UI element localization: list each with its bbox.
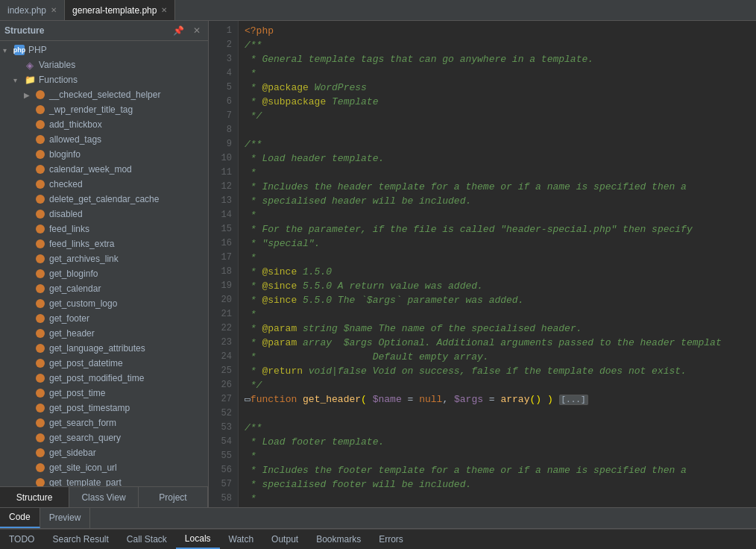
- bottom-tab2-search-result[interactable]: Search Result: [43, 530, 117, 550]
- line-number-16: 16: [212, 236, 232, 251]
- tree-item-get-archives-link[interactable]: get_archives_link: [0, 251, 208, 266]
- line-number-58: 58: [212, 492, 232, 506]
- tree-label: get_bloginfo: [49, 269, 98, 279]
- line-number-55: 55: [212, 449, 232, 463]
- sidebar-bottom-tab-project[interactable]: Project: [139, 487, 208, 507]
- line-number-56: 56: [212, 463, 232, 477]
- tree-label: get_calendar: [49, 283, 101, 294]
- tree-label: PHP: [28, 45, 47, 55]
- tab-general-template-php[interactable]: general-template.php ✕: [65, 0, 175, 20]
- tab-index-php[interactable]: index.php ✕: [0, 0, 65, 20]
- tree-item--wp-render-title-tag[interactable]: _wp_render_title_tag: [0, 102, 208, 117]
- tree-item-functions[interactable]: ▾📁Functions: [0, 72, 208, 87]
- sidebar-close-button[interactable]: ✕: [190, 24, 204, 37]
- bottom-tab-code[interactable]: Code: [0, 508, 40, 528]
- code-line-13: * specialised header will be included.: [245, 194, 750, 208]
- tree-item-feed-links[interactable]: feed_links: [0, 222, 208, 236]
- code-line-20: * @since 5.5.0 The `$args` parameter was…: [245, 293, 750, 307]
- tree-label: get_template_part: [49, 477, 122, 486]
- bottom-tab2-locals[interactable]: Locals: [176, 530, 220, 550]
- tree-item-get-post-timestamp[interactable]: get_post_timestamp: [0, 401, 208, 415]
- function-icon: [34, 148, 46, 160]
- code-line-18: * @since 1.5.0: [245, 265, 750, 279]
- function-icon: [34, 327, 46, 339]
- line-number-10: 10: [212, 151, 232, 166]
- function-icon: [34, 313, 46, 324]
- tree-label: add_thickbox: [49, 119, 102, 130]
- line-number-18: 18: [212, 265, 232, 279]
- tree-item-feed-links-extra[interactable]: feed_links_extra: [0, 236, 208, 251]
- tree-label: allowed_tags: [49, 134, 101, 145]
- tree-item-allowed-tags[interactable]: allowed_tags: [0, 132, 208, 147]
- tree-item-delete-get-calendar-cache[interactable]: delete_get_calendar_cache: [0, 192, 208, 207]
- function-icon: [34, 372, 46, 384]
- code-line-26: */: [245, 378, 750, 392]
- code-line-57: * specialised footer will be included.: [245, 477, 750, 492]
- bottom-tab2-todo[interactable]: TODO: [0, 530, 43, 550]
- tree-item-get-template-part[interactable]: get_template_part: [0, 475, 208, 486]
- tree-item-get-sidebar[interactable]: get_sidebar: [0, 445, 208, 460]
- tree-item-get-post-datetime[interactable]: get_post_datetime: [0, 356, 208, 371]
- code-line-58: *: [245, 492, 750, 506]
- tree-item-calendar-week-mod[interactable]: calendar_week_mod: [0, 162, 208, 177]
- tree-item-get-search-form[interactable]: get_search_form: [0, 415, 208, 430]
- function-icon: [34, 89, 46, 101]
- bottom-tab2-call-stack[interactable]: Call Stack: [118, 530, 176, 550]
- code-line-3: * General template tags that can go anyw…: [245, 52, 750, 66]
- tree-item-get-post-modified-time[interactable]: get_post_modified_time: [0, 371, 208, 386]
- tree-item-variables[interactable]: ◈Variables: [0, 57, 208, 72]
- line-number-5: 5: [212, 81, 232, 95]
- line-number-23: 23: [212, 336, 232, 350]
- bottom-tab2-output[interactable]: Output: [262, 530, 307, 550]
- tree-item-get-post-time[interactable]: get_post_time: [0, 386, 208, 401]
- tree-item-get-custom-logo[interactable]: get_custom_logo: [0, 296, 208, 311]
- function-icon: [34, 387, 46, 399]
- code-line-21: *: [245, 307, 750, 321]
- function-icon: [34, 462, 46, 474]
- code-line-53: /**: [245, 421, 750, 435]
- tree-label: delete_get_calendar_cache: [49, 194, 159, 204]
- tree-label: get_custom_logo: [49, 298, 117, 309]
- tab-close-index[interactable]: ✕: [51, 6, 57, 14]
- tree-item-checked[interactable]: checked: [0, 177, 208, 192]
- tree-item-get-search-query[interactable]: get_search_query: [0, 430, 208, 445]
- tree-item---checked-selected-helper[interactable]: ▶__checked_selected_helper: [0, 87, 208, 102]
- tree-item-bloginfo[interactable]: bloginfo: [0, 147, 208, 162]
- bottom-tab2-errors[interactable]: Errors: [370, 530, 412, 550]
- tree-item-get-site-icon-url[interactable]: get_site_icon_url: [0, 460, 208, 475]
- tree-item-get-language-attributes[interactable]: get_language_attributes: [0, 341, 208, 356]
- function-icon: [34, 357, 46, 369]
- bottom-tab2-watch[interactable]: Watch: [220, 530, 263, 550]
- tree-item-add-thickbox[interactable]: add_thickbox: [0, 117, 208, 132]
- sidebar-bottom-tab-class-view[interactable]: Class View: [69, 487, 139, 507]
- bottom-tab2-bookmarks[interactable]: Bookmarks: [307, 530, 370, 550]
- function-icon: [34, 432, 46, 444]
- code-line-25: * @return void|false Void on success, fa…: [245, 364, 750, 378]
- tree-label: disabled: [49, 209, 83, 219]
- tree-arrow: ▶: [24, 91, 34, 99]
- code-line-14: *: [245, 208, 750, 222]
- code-container[interactable]: 1234567891011121314151617181920212223242…: [209, 21, 756, 507]
- sidebar-title: Structure: [4, 25, 44, 36]
- line-number-9: 9: [212, 137, 232, 151]
- tree-item-php[interactable]: ▾phpPHP: [0, 43, 208, 57]
- sidebar-pin-button[interactable]: 📌: [170, 24, 187, 37]
- tree-item-get-footer[interactable]: get_footer: [0, 311, 208, 326]
- tree-item-get-bloginfo[interactable]: get_bloginfo: [0, 266, 208, 281]
- bottom-tab-bar-2: TODOSearch ResultCall StackLocalsWatchOu…: [0, 529, 756, 550]
- bottom-tab-preview[interactable]: Preview: [40, 508, 91, 528]
- sidebar-bottom-tabs: StructureClass ViewProject: [0, 486, 208, 507]
- sidebar-bottom-tab-structure[interactable]: Structure: [0, 487, 69, 507]
- tree-item-disabled[interactable]: disabled: [0, 207, 208, 222]
- tree-item-get-calendar[interactable]: get_calendar: [0, 281, 208, 296]
- function-icon: [34, 417, 46, 429]
- tree-label: feed_links: [49, 224, 89, 234]
- line-number-22: 22: [212, 321, 232, 336]
- function-icon: [34, 253, 46, 265]
- line-number-53: 53: [212, 421, 232, 435]
- code-line-11: *: [245, 166, 750, 180]
- code-line-7: */: [245, 109, 750, 123]
- tab-close-general[interactable]: ✕: [161, 6, 167, 14]
- line-number-27: 27: [212, 392, 232, 407]
- tree-item-get-header[interactable]: get_header: [0, 326, 208, 341]
